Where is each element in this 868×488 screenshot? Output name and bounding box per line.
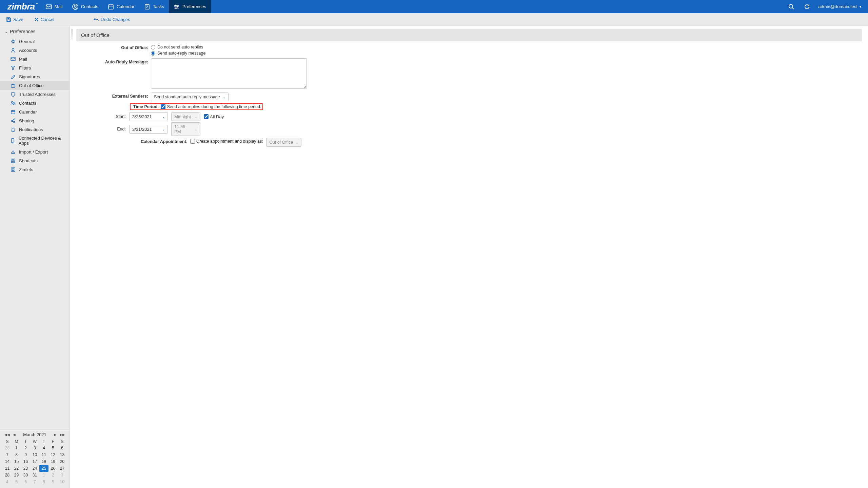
start-date-select[interactable]: 3/25/2021 ⌄	[129, 112, 168, 121]
sidebar-item-import-export[interactable]: Import / Export	[0, 147, 70, 156]
sidebar-item-calendar[interactable]: Calendar	[0, 107, 70, 116]
sidebar-item-accounts[interactable]: Accounts	[0, 46, 70, 55]
nav-preferences[interactable]: Preferences	[169, 0, 211, 13]
minical-day[interactable]: 28	[3, 445, 12, 451]
minical-day[interactable]: 13	[58, 451, 67, 458]
undo-button[interactable]: Undo Changes	[94, 17, 130, 22]
minical-day[interactable]: 24	[30, 465, 39, 472]
svg-point-19	[14, 119, 15, 120]
search-button[interactable]	[784, 4, 799, 10]
nav-calendar[interactable]: Calendar	[103, 0, 139, 13]
svg-rect-17	[11, 110, 15, 114]
nav-mail[interactable]: Mail	[41, 0, 67, 13]
external-senders-select[interactable]: Send standard auto-reply message ⌄	[151, 93, 229, 101]
minical-day[interactable]: 18	[39, 458, 48, 465]
minical-day[interactable]: 25	[39, 465, 48, 472]
minical-day[interactable]: 6	[21, 479, 30, 485]
nav-contacts[interactable]: Contacts	[67, 0, 103, 13]
sidebar-item-shortcuts[interactable]: Shortcuts	[0, 156, 70, 165]
minical-day[interactable]: 19	[48, 458, 58, 465]
minical-day[interactable]: 8	[12, 451, 21, 458]
minical-day[interactable]: 10	[58, 479, 67, 485]
sidebar-item-general[interactable]: General	[0, 37, 70, 46]
sidebar-item-mail[interactable]: Mail	[0, 55, 70, 63]
sidebar-item-trusted-addresses[interactable]: Trusted Addresses	[0, 90, 70, 99]
cancel-button[interactable]: Cancel	[34, 17, 54, 22]
minical-day[interactable]: 26	[48, 465, 58, 472]
svg-rect-3	[108, 5, 113, 9]
minical-day[interactable]: 21	[3, 465, 12, 472]
minical-day[interactable]: 15	[12, 458, 21, 465]
cal-prev-year[interactable]: ◀◀	[3, 433, 11, 436]
sidebar-item-signatures[interactable]: Signatures	[0, 72, 70, 81]
minical-day[interactable]: 20	[58, 458, 67, 465]
time-period-checkbox[interactable]: Send auto-replies during the following t…	[161, 104, 261, 109]
minical-day[interactable]: 3	[58, 472, 67, 479]
search-icon	[788, 4, 794, 10]
minical-day[interactable]: 3	[30, 445, 39, 451]
minical-day[interactable]: 22	[12, 465, 21, 472]
cal-prev-month[interactable]: ◀	[12, 433, 17, 436]
minical-day[interactable]: 11	[39, 451, 48, 458]
minical-day[interactable]: 10	[30, 451, 39, 458]
all-day-checkbox[interactable]: All Day	[204, 114, 224, 119]
minical-day[interactable]: 31	[30, 472, 39, 479]
drag-handle[interactable]	[71, 29, 73, 39]
auto-reply-textarea[interactable]	[151, 58, 307, 89]
minical-title[interactable]: March 2021	[23, 432, 46, 437]
minical-day[interactable]: 9	[48, 479, 58, 485]
end-time-select[interactable]: 11:59 PM ⌄	[171, 122, 200, 136]
minical-day[interactable]: 4	[3, 479, 12, 485]
minical-day[interactable]: 30	[21, 472, 30, 479]
minical-day[interactable]: 6	[58, 445, 67, 451]
minical-day[interactable]: 14	[3, 458, 12, 465]
end-date-select[interactable]: 3/31/2021 ⌄	[129, 125, 168, 134]
minical-day[interactable]: 5	[12, 479, 21, 485]
minical-day[interactable]: 7	[3, 451, 12, 458]
sidebar-item-sharing[interactable]: Sharing	[0, 116, 70, 125]
minical-day[interactable]: 7	[30, 479, 39, 485]
sidebar-header[interactable]: ⌄ Preferences	[0, 26, 70, 37]
minical-day[interactable]: 29	[12, 472, 21, 479]
svg-point-6	[177, 6, 178, 7]
radio-send-auto-reply[interactable]: Send auto-reply message	[151, 50, 476, 56]
sidebar-item-contacts[interactable]: Contacts	[0, 99, 70, 107]
sidebar-item-filters[interactable]: Filters	[0, 63, 70, 72]
sidebar-item-zimlets[interactable]: Zimlets	[0, 165, 70, 174]
sidebar-item-connected-devices-apps[interactable]: Connected Devices & Apps	[0, 134, 70, 147]
cal-next-month[interactable]: ▶	[53, 433, 58, 436]
minical-day[interactable]: 8	[39, 479, 48, 485]
minical-day[interactable]: 1	[39, 472, 48, 479]
user-email-text: admin@domain.test	[818, 4, 857, 9]
checkbox-label: All Day	[210, 114, 224, 119]
minical-day[interactable]: 27	[58, 465, 67, 472]
sidebar-item-out-of-office[interactable]: Out of Office	[0, 81, 70, 90]
minical-day[interactable]: 2	[21, 445, 30, 451]
label-auto-reply-msg: Auto-Reply Message:	[76, 58, 151, 66]
save-button[interactable]: Save	[6, 17, 23, 22]
start-time-select[interactable]: Midnight ⌄	[171, 112, 200, 121]
nav-tasks[interactable]: Tasks	[139, 0, 169, 13]
create-appointment-checkbox[interactable]: Create appointment and display as:	[190, 139, 263, 144]
minical-day[interactable]: 17	[30, 458, 39, 465]
refresh-button[interactable]	[799, 4, 815, 10]
svg-point-5	[175, 5, 176, 6]
minical-day[interactable]: 9	[21, 451, 30, 458]
minical-day[interactable]: 16	[21, 458, 30, 465]
display-as-select[interactable]: Out of Office ⌄	[266, 138, 301, 147]
minical-day[interactable]: 1	[12, 445, 21, 451]
minical-day[interactable]: 2	[48, 472, 58, 479]
minical-day[interactable]: 5	[48, 445, 58, 451]
user-menu[interactable]: admin@domain.test ▼	[815, 4, 868, 9]
cal-next-year[interactable]: ▶▶	[59, 433, 66, 436]
minical-day[interactable]: 28	[3, 472, 12, 479]
mail-icon	[46, 4, 52, 9]
label-time-period: Time Period:	[133, 104, 159, 109]
action-label: Undo Changes	[101, 17, 130, 22]
minical-day[interactable]: 12	[48, 451, 58, 458]
radio-do-not-send[interactable]: Do not send auto replies	[151, 44, 476, 50]
sidebar-item-notifications[interactable]: Notifications	[0, 125, 70, 134]
minical-day[interactable]: 4	[39, 445, 48, 451]
minical-day[interactable]: 23	[21, 465, 30, 472]
calendar-icon	[108, 4, 114, 10]
